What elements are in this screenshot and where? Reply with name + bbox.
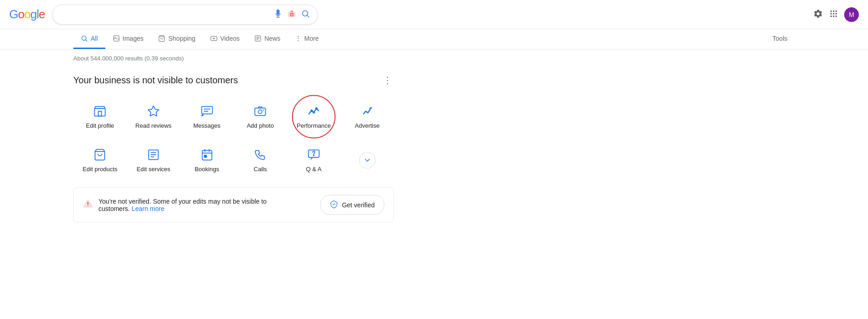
action-edit-products[interactable]: Edit products	[73, 140, 127, 180]
svg-point-38	[313, 155, 314, 156]
all-icon	[81, 35, 88, 42]
business-card-header: Your business is not visible to customer…	[73, 73, 394, 87]
header-right: M	[813, 7, 859, 22]
edit-profile-label: Edit profile	[86, 122, 114, 129]
svg-point-40	[87, 205, 88, 206]
action-performance[interactable]: Performance	[287, 97, 341, 136]
results-count: About 544,000,000 results (0.39 seconds)	[0, 51, 868, 65]
qa-icon	[306, 147, 321, 162]
business-card: Your business is not visible to customer…	[73, 73, 394, 180]
add-photo-label: Add photo	[247, 122, 274, 129]
svg-marker-17	[148, 106, 158, 116]
calls-label: Calls	[254, 166, 267, 173]
action-bookings[interactable]: Bookings	[180, 140, 234, 180]
search-input[interactable]	[60, 11, 269, 19]
phone-icon	[253, 147, 267, 162]
images-icon	[113, 35, 120, 42]
edit-products-label: Edit products	[82, 166, 117, 173]
settings-icon[interactable]	[813, 9, 823, 20]
logo-letter-g2: g	[30, 7, 36, 22]
more-options-button[interactable]: ⋮	[381, 73, 394, 87]
learn-more-link[interactable]: Learn more	[131, 205, 164, 212]
messages-label: Messages	[193, 122, 220, 129]
performance-icon	[306, 104, 321, 119]
chat-icon	[200, 104, 214, 119]
search-bar[interactable]	[52, 5, 318, 25]
tab-videos[interactable]: Videos	[203, 29, 247, 49]
more-dots: ⋮	[295, 35, 301, 42]
tab-shopping[interactable]: Shopping	[151, 29, 202, 49]
action-qa[interactable]: Q & A	[287, 140, 341, 180]
star-icon	[146, 104, 161, 119]
svg-point-25	[313, 112, 315, 114]
svg-rect-32	[202, 151, 212, 160]
svg-point-26	[316, 108, 317, 109]
warning-icon	[83, 199, 93, 211]
verification-banner: You're not verified. Some of your edits …	[73, 187, 394, 222]
logo-letter-o1: o	[18, 7, 24, 22]
calendar-icon	[200, 147, 214, 162]
apps-icon[interactable]	[829, 9, 839, 20]
expand-actions-button[interactable]	[340, 140, 394, 180]
bookings-label: Bookings	[195, 166, 219, 173]
videos-icon	[210, 35, 218, 42]
logo-letter-o2: o	[24, 7, 30, 22]
banner-content: You're not verified. Some of your edits …	[83, 198, 267, 212]
action-edit-profile[interactable]: Edit profile	[73, 97, 127, 136]
read-reviews-label: Read reviews	[136, 122, 172, 129]
action-advertise[interactable]: Advertise	[340, 97, 394, 136]
logo-letter-g: G	[9, 7, 18, 22]
edit-services-label: Edit services	[136, 166, 170, 173]
action-edit-services[interactable]: Edit services	[127, 140, 180, 180]
banner-text: You're not verified. Some of your edits …	[98, 198, 267, 212]
store-icon	[93, 104, 107, 119]
search-icon-group	[273, 9, 310, 20]
qa-label: Q & A	[306, 166, 322, 173]
actions-row-2: Edit products Edit services	[73, 140, 394, 180]
tab-tools[interactable]: Tools	[765, 29, 795, 49]
business-title: Your business is not visible to customer…	[73, 75, 238, 86]
bag-icon	[93, 147, 107, 162]
svg-point-2	[291, 14, 292, 15]
action-calls[interactable]: Calls	[234, 140, 287, 180]
svg-point-22	[258, 110, 262, 114]
search-nav: All Images Shopping Videos News	[0, 29, 868, 49]
chevron-down-icon[interactable]	[359, 152, 376, 168]
tab-more[interactable]: ⋮ More	[288, 29, 326, 49]
action-add-photo[interactable]: Add photo	[234, 97, 287, 136]
advertise-label: Advertise	[355, 122, 380, 129]
actions-row-1: Edit profile Read reviews Messages	[73, 97, 394, 136]
microphone-icon[interactable]	[273, 9, 283, 20]
action-messages[interactable]: Messages	[180, 97, 234, 136]
tab-images[interactable]: Images	[105, 29, 151, 49]
camera-icon[interactable]	[287, 9, 296, 20]
photo-icon	[253, 104, 267, 119]
svg-marker-9	[213, 38, 215, 39]
search-submit-icon[interactable]	[301, 9, 310, 20]
svg-rect-18	[202, 107, 212, 114]
logo-letter-e: e	[38, 7, 44, 22]
tab-all[interactable]: All	[73, 29, 105, 49]
tab-news[interactable]: News	[247, 29, 288, 49]
user-avatar[interactable]: M	[844, 7, 859, 22]
performance-label: Performance	[297, 122, 331, 129]
action-read-reviews[interactable]: Read reviews	[127, 97, 180, 136]
google-logo[interactable]: G o o g l e	[9, 7, 45, 22]
list-icon	[146, 147, 161, 162]
shield-icon	[330, 200, 338, 210]
svg-rect-14	[95, 108, 105, 116]
get-verified-button[interactable]: Get verified	[320, 195, 384, 215]
svg-point-24	[311, 110, 313, 112]
svg-rect-15	[98, 111, 102, 116]
header: G o o g l e	[0, 0, 868, 29]
news-icon	[254, 35, 262, 42]
advertise-icon	[360, 104, 375, 119]
svg-rect-21	[255, 108, 266, 115]
svg-rect-36	[204, 155, 207, 157]
shopping-icon	[158, 35, 165, 42]
